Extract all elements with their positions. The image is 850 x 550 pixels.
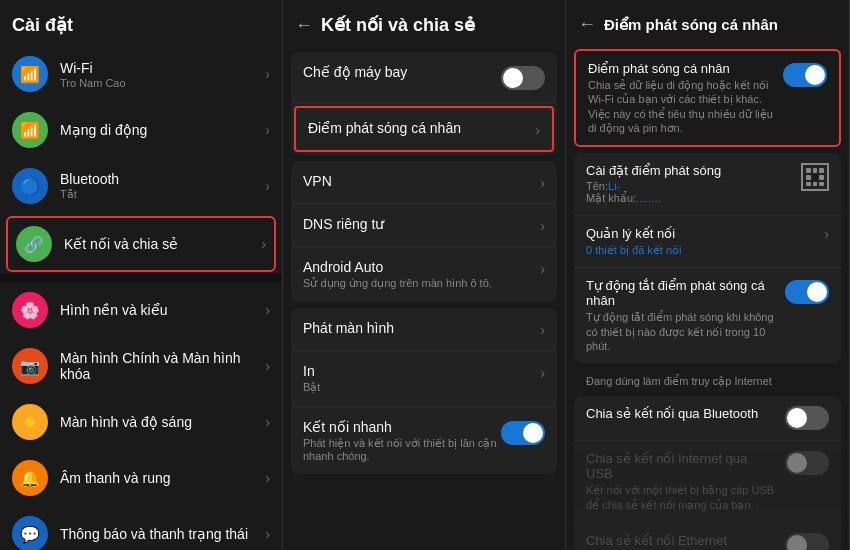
airplane-toggle-container	[501, 64, 545, 90]
sound-icon: 🔔	[12, 460, 48, 496]
hotspot-header: ← Điểm phát sóng cá nhân	[566, 0, 849, 45]
dns-text: DNS riêng tư	[303, 216, 540, 232]
auto-off-knob	[807, 282, 827, 302]
wifi-sub: Tro Nam Cao	[60, 77, 265, 89]
sidebar-item-wifi[interactable]: 📶 Wi-Fi Tro Nam Cao ›	[0, 46, 282, 102]
auto-off-toggle[interactable]	[785, 280, 829, 304]
p2-item-airplane[interactable]: Chế độ máy bay	[291, 52, 557, 103]
hotspot-label: Điểm phát sóng cá nhân	[308, 120, 535, 136]
vpn-label: VPN	[303, 173, 540, 189]
hotspot-settings-text: Cài đặt điểm phát sóng Tên:Li- Mật khẩu:…	[586, 163, 801, 205]
p3-item-hotspot-main[interactable]: Điểm phát sóng cá nhân Chia sẻ dữ liệu d…	[576, 51, 839, 145]
screencast-chevron: ›	[540, 322, 545, 338]
print-label: In	[303, 363, 540, 379]
wallpaper-text: Hình nền và kiểu	[60, 302, 265, 318]
hotspot-main-text: Điểm phát sóng cá nhân Chia sẻ dữ liệu d…	[588, 61, 775, 135]
vpn-chevron: ›	[540, 175, 545, 191]
p2-item-screencast[interactable]: Phát màn hình ›	[291, 308, 557, 351]
hotspot-main-toggle[interactable]	[783, 63, 827, 87]
settings-title: Cài đặt	[0, 0, 282, 46]
hotspot-main-highlight: Điểm phát sóng cá nhân Chia sẻ dữ liệu d…	[574, 49, 841, 147]
p3-item-share-ethernet: Chia sẻ kết nối Ethernet Kết nối với cáp…	[574, 523, 841, 550]
print-chevron: ›	[540, 365, 545, 381]
airplane-toggle-knob	[503, 68, 523, 88]
p3-section-settings: Cài đặt điểm phát sóng Tên:Li- Mật khẩu:…	[574, 153, 841, 363]
sound-text: Âm thanh và rung	[60, 470, 265, 486]
share-bluetooth-toggle[interactable]	[785, 406, 829, 430]
back-button-p3[interactable]: ←	[578, 14, 596, 35]
wallpaper-icon: 🌸	[12, 292, 48, 328]
p2-item-print[interactable]: In Bật ›	[291, 351, 557, 407]
sidebar-item-brightness[interactable]: ☀️ Màn hình và độ sáng ›	[0, 394, 282, 450]
share-ethernet-toggle	[785, 533, 829, 550]
hotspot-chevron: ›	[535, 122, 540, 138]
mobile-text: Mạng di động	[60, 122, 265, 138]
bluetooth-text: Bluetooth Tắt	[60, 171, 265, 201]
hotspot-settings-row: Cài đặt điểm phát sóng Tên:Li- Mật khẩu:…	[586, 163, 829, 205]
wallpaper-label: Hình nền và kiểu	[60, 302, 265, 318]
p2-item-dns[interactable]: DNS riêng tư ›	[291, 204, 557, 247]
panel-hotspot: ← Điểm phát sóng cá nhân Điểm phát sóng …	[566, 0, 850, 550]
sidebar-item-mobile[interactable]: 📶 Mạng di động ›	[0, 102, 282, 158]
p3-item-share-bluetooth[interactable]: Chia sẻ kết nối qua Bluetooth	[574, 396, 841, 441]
android-auto-label: Android Auto	[303, 259, 540, 275]
hotspot-settings-label: Cài đặt điểm phát sóng	[586, 163, 801, 178]
divider-1	[0, 274, 282, 282]
notifications-text: Thông báo và thanh trạng thái	[60, 526, 265, 542]
p3-item-hotspot-settings[interactable]: Cài đặt điểm phát sóng Tên:Li- Mật khẩu:…	[574, 153, 841, 216]
manage-connections-sub: 0 thiết bị đã kết nối	[586, 243, 824, 257]
share-usb-sub: Kết nối với một thiết bị bằng cáp USB để…	[586, 483, 777, 512]
p2-section-1: Chế độ máy bay Điểm phát sóng cá nhân ›	[291, 52, 557, 155]
display-label: Màn hình Chính và Màn hình khóa	[60, 350, 265, 382]
p2-item-hotspot[interactable]: Điểm phát sóng cá nhân ›	[296, 108, 552, 150]
hotspot-text: Điểm phát sóng cá nhân	[308, 120, 535, 136]
auto-off-text: Tự động tắt điểm phát sóng cá nhân Tự độ…	[586, 278, 777, 353]
p3-item-auto-off[interactable]: Tự động tắt điểm phát sóng cá nhân Tự độ…	[574, 268, 841, 363]
mobile-icon: 📶	[12, 112, 48, 148]
android-auto-sub: Sử dụng ứng dụng trên màn hình ô tô.	[303, 277, 540, 290]
connections-chevron: ›	[261, 236, 266, 252]
sidebar-item-sound[interactable]: 🔔 Âm thanh và rung ›	[0, 450, 282, 506]
p3-item-manage-connections[interactable]: Quản lý kết nối 0 thiết bị đã kết nối ›	[574, 216, 841, 268]
sidebar-item-connections[interactable]: 🔗 Kết nối và chia sẻ ›	[8, 218, 274, 270]
share-bluetooth-text: Chia sẻ kết nối qua Bluetooth	[586, 406, 785, 421]
p2-item-android-auto[interactable]: Android Auto Sử dụng ứng dụng trên màn h…	[291, 247, 557, 302]
display-icon: 📷	[12, 348, 48, 384]
airplane-text: Chế độ máy bay	[303, 64, 501, 80]
notifications-icon: 💬	[12, 516, 48, 550]
notifications-label: Thông báo và thanh trạng thái	[60, 526, 265, 542]
hotspot-page-title: Điểm phát sóng cá nhân	[604, 16, 778, 34]
sidebar-item-bluetooth[interactable]: 🔵 Bluetooth Tắt ›	[0, 158, 282, 214]
share-ethernet-row: Chia sẻ kết nối Ethernet Kết nối với cáp…	[586, 533, 829, 550]
p2-item-quickconnect[interactable]: Kết nối nhanh Phát hiện và kết nối với t…	[291, 407, 557, 474]
share-ethernet-text: Chia sẻ kết nối Ethernet Kết nối với cáp…	[586, 533, 777, 550]
connections-icon: 🔗	[16, 226, 52, 262]
sidebar-item-notifications[interactable]: 💬 Thông báo và thanh trạng thái ›	[0, 506, 282, 550]
print-text: In Bật	[303, 363, 540, 394]
sidebar-item-wallpaper[interactable]: 🌸 Hình nền và kiểu ›	[0, 282, 282, 338]
connections-header: ← Kết nối và chia sẻ	[283, 0, 565, 46]
quickconnect-toggle[interactable]	[501, 421, 545, 445]
wallpaper-chevron: ›	[265, 302, 270, 318]
qr-icon	[801, 163, 829, 191]
bluetooth-label: Bluetooth	[60, 171, 265, 187]
manage-connections-row: Quản lý kết nối 0 thiết bị đã kết nối ›	[586, 226, 829, 257]
dns-chevron: ›	[540, 218, 545, 234]
back-button-p2[interactable]: ←	[295, 15, 313, 36]
connections-highlight-border: 🔗 Kết nối và chia sẻ ›	[6, 216, 276, 272]
auto-off-label: Tự động tắt điểm phát sóng cá nhân	[586, 278, 777, 308]
manage-connections-chevron: ›	[824, 226, 829, 242]
airplane-toggle[interactable]	[501, 66, 545, 90]
hotspot-chevron-container: ›	[535, 120, 540, 138]
brightness-label: Màn hình và độ sáng	[60, 414, 265, 430]
quickconnect-text: Kết nối nhanh Phát hiện và kết nối với t…	[303, 419, 501, 462]
android-auto-text: Android Auto Sử dụng ứng dụng trên màn h…	[303, 259, 540, 290]
panel-connections: ← Kết nối và chia sẻ Chế độ máy bay Điểm…	[283, 0, 566, 550]
p2-item-vpn[interactable]: VPN ›	[291, 161, 557, 204]
display-chevron: ›	[265, 358, 270, 374]
brightness-chevron: ›	[265, 414, 270, 430]
connections-label: Kết nối và chia sẻ	[64, 236, 261, 252]
sidebar-item-display[interactable]: 📷 Màn hình Chính và Màn hình khóa ›	[0, 338, 282, 394]
share-bluetooth-row: Chia sẻ kết nối qua Bluetooth	[586, 406, 829, 430]
hotspot-name: Tên:Li-	[586, 180, 801, 192]
